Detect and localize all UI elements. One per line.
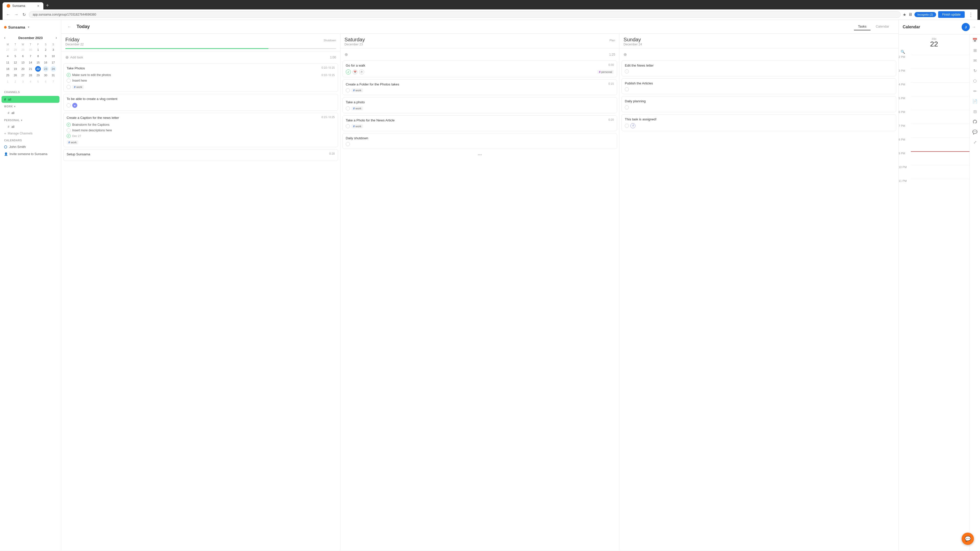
task-complete-check[interactable] <box>346 142 350 146</box>
cal-day-selected[interactable]: 24 <box>51 66 56 72</box>
rp-expand-icon[interactable]: ⤢ <box>971 138 978 146</box>
cal-day[interactable]: 12 <box>13 60 18 65</box>
rp-layers-icon[interactable]: ⊟ <box>971 108 978 115</box>
rp-calendar-icon[interactable]: 📅 <box>971 37 978 44</box>
task-tag[interactable]: # personal <box>597 70 614 74</box>
subtask-check[interactable] <box>67 128 71 132</box>
task-complete-check[interactable] <box>625 105 629 110</box>
cal-day[interactable]: 20 <box>20 66 26 72</box>
tab-close-btn[interactable]: × <box>37 4 39 8</box>
task-complete-check[interactable] <box>346 106 350 110</box>
tab-calendar[interactable]: Calendar <box>872 23 893 30</box>
manage-channels-btn[interactable]: + Manage Channels <box>0 130 61 137</box>
cal-day[interactable]: 30 <box>43 73 48 78</box>
calendar-time-scroll[interactable]: FRI 22 🔍 2 PM 3 PM 4 PM <box>899 35 969 551</box>
subtask-check[interactable] <box>67 123 71 127</box>
incognito-badge[interactable]: Incognito (2) <box>915 12 936 17</box>
rp-github-icon[interactable] <box>971 118 978 125</box>
cal-day[interactable]: 3 <box>51 47 56 52</box>
cal-day[interactable]: 30 <box>27 47 33 52</box>
browser-tab[interactable]: Sunsama × <box>3 2 43 10</box>
sidebar-item-all[interactable]: # all <box>2 96 59 103</box>
nav-back-btn[interactable]: ← <box>66 24 73 30</box>
task-complete-check[interactable] <box>625 124 629 128</box>
cal-day[interactable]: 19 <box>13 66 18 72</box>
cal-day[interactable]: 7 <box>27 53 33 59</box>
cal-day[interactable]: 7 <box>51 79 56 84</box>
finish-update-btn[interactable]: Finish update <box>938 11 965 18</box>
task-complete-check[interactable] <box>625 69 629 73</box>
cal-day[interactable]: 18 <box>5 66 11 72</box>
cal-day-today[interactable]: 22 <box>35 66 41 72</box>
task-tag[interactable]: # work <box>352 124 363 128</box>
cal-day[interactable]: 28 <box>27 73 33 78</box>
invite-btn[interactable]: 👤 Invite someone to Sunsama <box>0 151 61 157</box>
task-card-setup-sunsama[interactable]: Setup Sunsama 0:20 <box>63 149 338 161</box>
work-section-label[interactable]: WORK ▾ <box>4 105 57 108</box>
new-tab-btn[interactable]: + <box>44 2 51 10</box>
task-tag[interactable]: # work <box>352 88 363 92</box>
task-complete-check[interactable] <box>625 87 629 91</box>
rp-refresh-icon[interactable]: ↻ <box>971 67 978 74</box>
task-complete-check[interactable] <box>67 85 71 89</box>
personal-section-label[interactable]: PERSONAL ▾ <box>4 119 57 122</box>
subtask-check[interactable] <box>67 134 71 138</box>
cal-day[interactable]: 17 <box>51 60 56 65</box>
cal-day[interactable]: 6 <box>43 79 48 84</box>
url-bar[interactable]: app.sunsama.com/group/17031827644696380 <box>29 11 900 18</box>
cal-day[interactable]: 28 <box>13 47 18 52</box>
brand-logo[interactable]: Sunsama ▾ <box>0 23 61 33</box>
cal-day[interactable]: 29 <box>20 47 26 52</box>
cal-day[interactable]: 14 <box>27 60 33 65</box>
saturday-add-task[interactable]: ⊕ 1:25 <box>342 51 617 59</box>
cal-day[interactable]: 10 <box>51 53 56 59</box>
sunday-add-task[interactable]: ⊕ <box>621 51 896 59</box>
cal-day[interactable]: 27 <box>20 73 26 78</box>
rp-doc-icon[interactable]: 📄 <box>971 98 978 105</box>
cal-day[interactable]: 6 <box>20 53 26 59</box>
cal-day[interactable]: 1 <box>35 47 41 52</box>
cal-day[interactable]: 31 <box>51 73 56 78</box>
rp-chat-icon[interactable]: 💬 <box>971 128 978 135</box>
cal-day[interactable]: 21 <box>27 66 33 72</box>
cal-day[interactable]: 27 <box>5 47 11 52</box>
forward-nav-btn[interactable]: → <box>13 11 19 18</box>
cal-day[interactable]: 26 <box>13 73 18 78</box>
sidebar-item-personal-all[interactable]: # all <box>2 124 59 130</box>
rp-grid-icon[interactable]: ⊞ <box>971 47 978 54</box>
rp-paint-icon[interactable]: ✏ <box>971 87 978 95</box>
cal-prev-btn[interactable]: ‹ <box>4 35 5 40</box>
cal-day[interactable]: 13 <box>20 60 26 65</box>
bookmark-btn[interactable]: ★ <box>903 12 906 17</box>
cal-day[interactable]: 25 <box>5 73 11 78</box>
rp-mail-icon[interactable]: ✉ <box>971 57 978 64</box>
task-complete-check[interactable] <box>346 88 350 92</box>
task-card-vlog[interactable]: To be able to create a vlog content ● <box>63 94 338 111</box>
cal-day-selected[interactable]: 23 <box>43 66 48 72</box>
task-card-take-photos[interactable]: Take Photos 0:10 / 0:15 Make sure to edi… <box>63 63 338 92</box>
task-card-walk[interactable]: Go for a walk 0:30 ✓ 📅 ⏱ # persona <box>342 60 617 77</box>
task-complete-check[interactable] <box>67 103 71 107</box>
task-card-create-folder[interactable]: Create a Folder for the Photos takes 0:1… <box>342 79 617 95</box>
task-complete-check[interactable] <box>346 124 350 128</box>
cal-day[interactable]: 2 <box>13 79 18 84</box>
rp-nodes-icon[interactable]: ⬡ <box>971 77 978 84</box>
cal-day[interactable]: 4 <box>5 53 11 59</box>
cal-day[interactable]: 2 <box>43 47 48 52</box>
reload-btn[interactable]: ↻ <box>21 11 27 18</box>
back-nav-btn[interactable]: ← <box>5 11 11 18</box>
task-card-edit-news[interactable]: Edit the News letter <box>621 60 896 76</box>
calendar-item-john[interactable]: John Smith <box>4 144 57 150</box>
task-card-caption[interactable]: Create a Caption for the news letter 0:1… <box>63 113 338 147</box>
cal-day[interactable]: 9 <box>43 53 48 59</box>
cal-next-btn[interactable]: › <box>56 35 57 40</box>
task-card-assigned[interactable]: This task is assigned! ↺ <box>621 114 896 131</box>
cal-day[interactable]: 5 <box>13 53 18 59</box>
cal-day[interactable]: 5 <box>35 79 41 84</box>
browser-menu-btn[interactable]: ⋮ <box>967 11 975 18</box>
zoom-in-icon[interactable]: 🔍 <box>900 50 905 54</box>
task-card-daily-shutdown[interactable]: Daily shutdown <box>342 133 617 149</box>
task-check-icon[interactable]: ✓ <box>346 69 351 75</box>
cal-day[interactable]: 3 <box>20 79 26 84</box>
chat-fab[interactable]: 💬 <box>962 533 974 545</box>
